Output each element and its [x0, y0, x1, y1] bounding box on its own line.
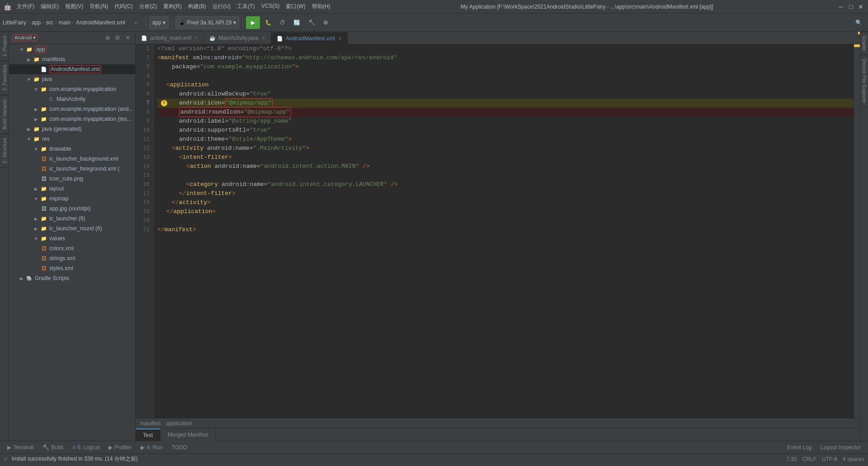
layout-inspector-button[interactable]: Layout Inspector [817, 442, 864, 452]
logcat-button[interactable]: ≡ 6: Logcat [69, 442, 103, 452]
sync-button[interactable]: 🔄 [290, 16, 303, 29]
tab-androidmanifest[interactable]: 📄 AndroidManifest.xml ✕ [271, 32, 348, 44]
menu-tools[interactable]: 工具(T) [234, 2, 257, 11]
menu-help[interactable]: 帮助(H) [309, 2, 333, 11]
line-numbers: 1 2 3 4 5 6 7 8 9 10 11 12 13 14 15 16 1… [136, 44, 154, 418]
path-application[interactable]: application [166, 420, 192, 427]
tree-item-ic-launcher-bg[interactable]: 🖼 ic_launcher_background.xml [9, 154, 135, 164]
build-button[interactable]: 🔨 [305, 16, 318, 29]
status-spaces[interactable]: 4 spaces [843, 456, 864, 462]
tree-item-layout[interactable]: ▶ 📁 layout [9, 184, 135, 194]
tree-label: icon_cute.png [49, 176, 83, 182]
tree-item-styles[interactable]: 🖼 styles.xml [9, 263, 135, 273]
profiler-button[interactable]: ▶ Profiler [105, 442, 135, 452]
run-tool-button[interactable]: ▶ 4: Run [137, 442, 166, 452]
panel-cog-icon[interactable]: ⚙ [113, 34, 122, 42]
folder-icon: 📁 [25, 47, 33, 52]
menu-edit[interactable]: 编辑(E) [38, 2, 61, 11]
tab-activity-main[interactable]: 📄 activity_main.xml ✕ [136, 32, 204, 44]
tree-item-strings[interactable]: 🖼 strings.xml [9, 253, 135, 263]
code-line-12: <activity android:name=".MainActivity"> [157, 144, 854, 153]
profile-button[interactable]: ⏱ [277, 16, 288, 29]
panel-close-icon[interactable]: ✕ [123, 34, 132, 42]
menu-bar[interactable]: 文件(F) 编辑(E) 视图(V) 导航(N) 代码(C) 分析(Z) 重构(R… [14, 2, 333, 11]
menu-file[interactable]: 文件(F) [14, 2, 37, 11]
tree-item-androidmanifest[interactable]: 📄 AndroidManifest.xml [9, 64, 135, 74]
menu-navigate[interactable]: 导航(N) [87, 2, 111, 11]
search-button[interactable]: 🔍 [852, 16, 865, 29]
back-button[interactable]: ← [131, 16, 142, 29]
line-num-6: 6 [146, 90, 150, 99]
build-button[interactable]: 🔨 Build [39, 442, 67, 452]
menu-build[interactable]: 构建(B) [185, 2, 209, 11]
breadcrumb-item-littlefairy[interactable]: LittleFairy [3, 19, 26, 26]
tab-close-icon[interactable]: ✕ [261, 35, 265, 41]
debug-button[interactable]: 🐛 [262, 16, 275, 29]
menu-view[interactable]: 视图(V) [62, 2, 86, 11]
tree-item-ic-launcher[interactable]: ▶ 📁 ic_launcher (6) [9, 214, 135, 223]
tree-item-com-example2[interactable]: ▶ 📁 com.example.myapplication (and... [9, 104, 135, 114]
app-module-dropdown[interactable]: app ▾ [149, 16, 169, 29]
tree-item-ic-launcher-round[interactable]: ▶ 📁 ic_launcher_round (6) [9, 223, 135, 233]
file-tree: ▼ 📁 app ▶ 📁 manifests 📄 AndroidManifest.… [9, 44, 135, 441]
device-file-explorer-tab[interactable]: Device File Explorer [860, 55, 868, 107]
structure-tab[interactable]: Z: Structure [0, 133, 9, 167]
img-icon: 🖼 [40, 176, 48, 181]
breadcrumb-item-app[interactable]: app [32, 19, 41, 26]
tree-item-com-example[interactable]: ▼ 📁 com.example.myapplication [9, 84, 135, 94]
device-dropdown[interactable]: 📱 Pixel 3a XL API 29 ▾ [175, 16, 239, 29]
tab-mainactivity[interactable]: ☕ MainActivity.java ✕ [204, 32, 271, 44]
tab-merged-manifest[interactable]: Merged Manifest [160, 428, 216, 441]
menu-code[interactable]: 代码(C) [112, 2, 136, 11]
status-crlf[interactable]: CRLF [802, 456, 816, 462]
gradle-tab[interactable]: Gradle [860, 32, 868, 55]
tree-item-mainactivity[interactable]: C MainActivity [9, 94, 135, 104]
tree-item-app-jpg[interactable]: 🖼 app.jpg (xxxhdpi) [9, 204, 135, 214]
settings-button[interactable]: ⚙ [320, 16, 331, 29]
menu-refactor[interactable]: 重构(R) [160, 2, 184, 11]
run-button[interactable]: ▶ [246, 16, 260, 29]
tab-close-icon[interactable]: ✕ [338, 36, 342, 42]
tree-item-res[interactable]: ▼ 📁 res [9, 134, 135, 144]
breadcrumb-item-manifest[interactable]: AndroidManifest.xml [76, 19, 125, 26]
tree-item-drawable[interactable]: ▼ 📁 drawable [9, 144, 135, 154]
close-button[interactable]: ✕ [857, 3, 864, 10]
tree-item-manifests[interactable]: ▶ 📁 manifests [9, 54, 135, 64]
tree-item-ic-launcher-fg[interactable]: 🖼 ic_launcher_foreground.xml ( [9, 164, 135, 174]
breadcrumb-item-src[interactable]: src [46, 19, 53, 26]
terminal-button[interactable]: ▶ Terminal [4, 442, 37, 452]
tree-item-java[interactable]: ▼ 📁 java [9, 74, 135, 84]
path-manifest[interactable]: manifest [140, 420, 160, 427]
menu-vcs[interactable]: VCS(S) [259, 2, 283, 11]
build-variants-tab[interactable]: Build Variants [0, 95, 9, 133]
project-tab[interactable]: 1: Project [0, 32, 9, 61]
todo-button[interactable]: TODO [168, 442, 191, 452]
tab-close-icon[interactable]: ✕ [194, 35, 198, 41]
img-icon: 🖼 [40, 206, 48, 211]
menu-run[interactable]: 运行(U) [210, 2, 234, 11]
tab-text[interactable]: Text [136, 428, 160, 441]
profiler-label: Profiler [114, 444, 132, 451]
panel-sync-icon[interactable]: ⊕ [104, 34, 112, 42]
tree-arrow: ▼ [18, 47, 25, 52]
line-num-4: 4 [146, 71, 150, 81]
menu-analyze[interactable]: 分析(Z) [137, 2, 160, 11]
tree-item-icon-cute[interactable]: 🖼 icon_cute.png [9, 174, 135, 184]
tree-item-values[interactable]: ▼ 📁 values [9, 233, 135, 243]
maximize-button[interactable]: □ [847, 3, 854, 10]
tree-item-app[interactable]: ▼ 📁 app [9, 44, 135, 54]
favorites-tab[interactable]: 2: Favorites [0, 61, 9, 95]
minimize-button[interactable]: ─ [837, 3, 844, 10]
android-view-dropdown[interactable]: Android ▾ [13, 34, 38, 41]
event-log-button[interactable]: Event Log [783, 442, 815, 452]
tree-item-com-example3[interactable]: ▶ 📁 com.example.myapplication (tes... [9, 114, 135, 124]
code-content[interactable]: <?xml version="1.0" encoding="utf-8"?> <… [154, 44, 854, 418]
tree-item-mipmap[interactable]: ▼ 📁 mipmap [9, 194, 135, 204]
tree-item-java-gen[interactable]: ▶ 📁 java (generated) [9, 124, 135, 134]
window-controls[interactable]: ─ □ ✕ [837, 3, 864, 10]
tree-item-colors[interactable]: 🖼 colors.xml [9, 243, 135, 253]
breadcrumb-item-main[interactable]: main [59, 19, 71, 26]
status-encoding[interactable]: UTF-8 [822, 456, 837, 462]
menu-window[interactable]: 窗口(W) [283, 2, 308, 11]
tree-item-gradle[interactable]: ▶ 🐘 Gradle Scripts [9, 273, 135, 283]
